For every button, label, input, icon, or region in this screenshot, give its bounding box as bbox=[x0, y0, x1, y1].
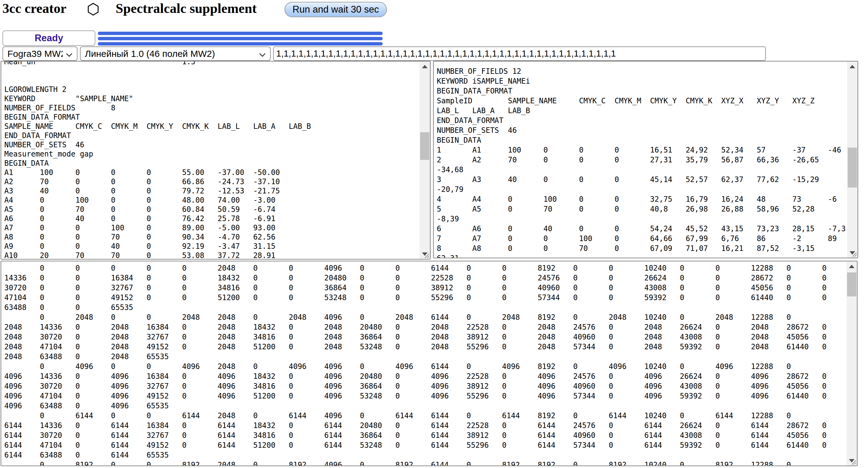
page-title: Spectralcalc supplement bbox=[116, 1, 256, 16]
status-box: Ready bbox=[2, 30, 95, 46]
cgats-lab-text: Mean_un 1.5 LGOROWLENGTH 2 KEYWORD "SAMP… bbox=[4, 61, 311, 259]
resize-grip-icon[interactable] bbox=[422, 251, 430, 259]
right-vertical-scrollbar[interactable] bbox=[847, 62, 858, 258]
progress-bar bbox=[98, 37, 383, 40]
scrollbar-thumb[interactable] bbox=[420, 132, 429, 160]
chevron-down-icon bbox=[66, 49, 72, 59]
progress-bar bbox=[98, 32, 383, 35]
hexagon-icon bbox=[87, 2, 99, 17]
progress-bar bbox=[98, 42, 383, 45]
scroll-up-button[interactable] bbox=[847, 62, 858, 71]
scrollbar-thumb[interactable] bbox=[847, 273, 856, 297]
weights-input[interactable] bbox=[273, 46, 766, 61]
chevron-down-icon bbox=[259, 49, 266, 59]
arrow-up-icon bbox=[422, 65, 428, 68]
cgats-xyz-textarea[interactable]: NUMBER_OF_FIELDS 12 KEYWORD iSAMPLE_NAME… bbox=[433, 61, 858, 258]
left-vertical-scrollbar[interactable] bbox=[420, 62, 430, 259]
run-button[interactable]: Run and wait 30 sec bbox=[284, 2, 387, 17]
cgats-lab-textarea[interactable]: Mean_un 1.5 LGOROWLENGTH 2 KEYWORD "SAMP… bbox=[1, 61, 431, 259]
device-values-text: 0 0 0 0 0 2048 0 0 4096 0 0 6144 0 0 819… bbox=[4, 263, 827, 466]
arrow-up-icon bbox=[849, 265, 855, 268]
curve-select[interactable]: Линейный 1.0 (46 полей MW2) bbox=[80, 46, 271, 61]
scrollbar-thumb[interactable] bbox=[848, 148, 857, 188]
cgats-xyz-text: NUMBER_OF_FIELDS 12 KEYWORD iSAMPLE_NAME… bbox=[437, 66, 845, 258]
progress-bars bbox=[98, 30, 383, 46]
resize-grip-icon[interactable] bbox=[848, 457, 857, 465]
header: 3cc creator Spectralcalc supplement Run … bbox=[0, 0, 868, 19]
device-values-textarea[interactable]: 0 0 0 0 0 2048 0 0 4096 0 0 6144 0 0 819… bbox=[1, 261, 858, 466]
bottom-vertical-scrollbar[interactable] bbox=[846, 261, 857, 466]
arrow-up-icon bbox=[849, 65, 855, 68]
app-title: 3cc creator bbox=[2, 1, 66, 16]
scroll-up-button[interactable] bbox=[846, 261, 857, 271]
profile-select[interactable]: Fogra39 MW2 bbox=[2, 46, 78, 61]
resize-grip-icon[interactable] bbox=[849, 249, 857, 257]
status-label: Ready bbox=[34, 33, 63, 44]
profile-select-value: Fogra39 MW2 bbox=[7, 49, 63, 59]
curve-select-value: Линейный 1.0 (46 полей MW2) bbox=[85, 49, 256, 59]
scroll-up-button[interactable] bbox=[420, 62, 430, 71]
